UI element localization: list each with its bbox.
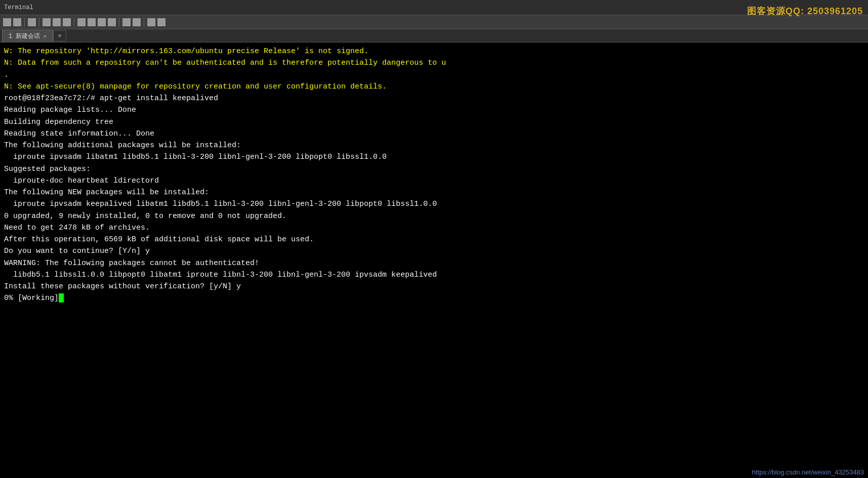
toolbar-icon-4[interactable]	[43, 18, 51, 26]
terminal-line: N: See apt-secure(8) manpage for reposit…	[4, 81, 864, 93]
tab-1-close[interactable]: ✕	[43, 33, 47, 39]
terminal-line: 0 upgraded, 9 newly installed, 0 to remo…	[4, 210, 864, 222]
toolbar-icon-6[interactable]	[63, 18, 71, 26]
toolbar-icon-1[interactable]	[3, 18, 11, 26]
toolbar-icon-14[interactable]	[157, 18, 166, 26]
tab-1[interactable]: 1 新建会话 ✕	[2, 30, 53, 42]
toolbar-icon-12[interactable]	[133, 18, 141, 26]
watermark-bottom: https://blog.csdn.net/weixin_43253483	[752, 468, 864, 476]
terminal-line: iproute ipvsadm keepalived libatm1 libdb…	[4, 198, 864, 210]
terminal-line: The following additional packages will b…	[4, 140, 864, 151]
toolbar	[0, 15, 868, 29]
terminal-line: Need to get 2478 kB of archives.	[4, 222, 864, 234]
terminal-line: WARNING: The following packages cannot b…	[4, 257, 864, 269]
toolbar-icon-9[interactable]	[98, 18, 106, 26]
terminal-line: Building dependency tree	[4, 116, 864, 128]
toolbar-icon-2[interactable]	[13, 18, 21, 26]
toolbar-sep-1	[24, 18, 25, 27]
terminal-cursor	[59, 293, 64, 302]
tab-1-label: 1 新建会话	[9, 32, 40, 40]
terminal-line: The following NEW packages will be insta…	[4, 187, 864, 198]
toolbar-icon-10[interactable]	[108, 18, 116, 26]
toolbar-sep-5	[144, 18, 144, 27]
terminal-line: libdb5.1 libssl1.0.0 libpopt0 libatm1 ip…	[4, 269, 864, 281]
terminal-line: .	[4, 69, 864, 81]
terminal-line: Install these packages without verificat…	[4, 281, 864, 292]
toolbar-icon-3[interactable]	[28, 18, 36, 26]
terminal-line: Do you want to continue? [Y/n] y	[4, 245, 864, 257]
terminal-line: Suggested packages:	[4, 163, 864, 175]
toolbar-sep-2	[39, 18, 39, 27]
toolbar-icon-11[interactable]	[122, 18, 131, 26]
terminal-line: After this operation, 6569 kB of additio…	[4, 234, 864, 245]
terminal-line: 0% [Working]	[4, 292, 864, 304]
toolbar-icon-13[interactable]	[147, 18, 155, 26]
titlebar: Terminal	[0, 0, 868, 15]
tab-add-button[interactable]: +	[53, 30, 66, 41]
toolbar-icon-8[interactable]	[88, 18, 96, 26]
terminal-line: Reading package lists... Done	[4, 104, 864, 116]
toolbar-sep-3	[74, 18, 74, 27]
terminal-line: Reading state information... Done	[4, 128, 864, 140]
watermark-top: 图客资源QQ: 2503961205	[747, 5, 863, 17]
terminal-line: W: The repository 'http://mirrors.163.co…	[4, 46, 864, 57]
titlebar-text: Terminal	[4, 4, 33, 11]
tab-bar: 1 新建会话 ✕ +	[0, 29, 868, 42]
terminal-line: N: Data from such a repository can't be …	[4, 57, 864, 69]
terminal-line: iproute-doc heartbeat ldirectord	[4, 175, 864, 187]
toolbar-icon-5[interactable]	[53, 18, 61, 26]
toolbar-icon-7[interactable]	[77, 18, 86, 26]
terminal-line: iproute ipvsadm libatm1 libdb5.1 libnl-3…	[4, 151, 864, 163]
terminal[interactable]: W: The repository 'http://mirrors.163.co…	[0, 42, 868, 478]
toolbar-sep-4	[119, 18, 119, 27]
terminal-line: root@018f23ea7c72:/# apt-get install kee…	[4, 93, 864, 104]
